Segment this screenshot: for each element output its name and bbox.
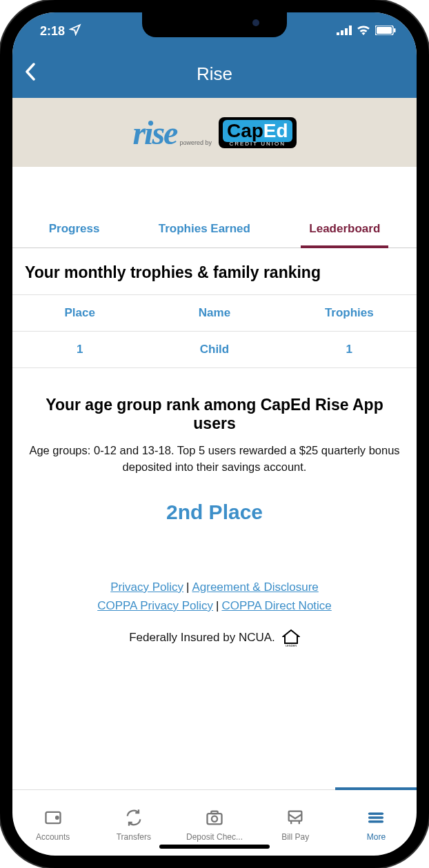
age-group-title: Your age group rank among CapEd Rise App… — [12, 368, 417, 438]
svg-rect-12 — [211, 811, 217, 814]
svg-rect-2 — [345, 28, 348, 35]
age-group-rank: 2nd Place — [12, 501, 417, 524]
nav-header: Rise — [12, 50, 417, 98]
svg-rect-5 — [377, 27, 392, 34]
family-ranking-title: Your monthly trophies & family ranking — [12, 248, 417, 294]
back-button[interactable] — [25, 62, 36, 85]
page-title: Rise — [197, 63, 232, 85]
camera-icon — [205, 808, 224, 829]
home-indicator[interactable] — [159, 845, 270, 849]
col-place: Place — [12, 295, 147, 331]
nav-transfers-label: Transfers — [117, 832, 151, 842]
tab-trophies[interactable]: Trophies Earned — [150, 215, 259, 248]
nav-accounts[interactable]: Accounts — [12, 790, 93, 856]
svg-point-9 — [56, 816, 59, 819]
nav-billpay-label: Bill Pay — [281, 832, 309, 842]
cell-place: 1 — [12, 332, 147, 367]
link-coppa-notice[interactable]: COPPA Direct Notice — [221, 599, 331, 612]
nav-deposit-label: Deposit Chec... — [186, 832, 243, 842]
svg-rect-1 — [341, 30, 343, 35]
svg-rect-10 — [208, 814, 222, 824]
svg-rect-6 — [394, 28, 396, 32]
rise-logo: rise — [132, 114, 177, 152]
col-name: Name — [147, 295, 281, 331]
link-privacy[interactable]: Privacy Policy — [110, 581, 183, 594]
col-trophies: Trophies — [282, 295, 417, 331]
powered-by-text: powered by — [179, 139, 212, 146]
accounts-icon — [43, 808, 63, 829]
insured-line: Federally Insured by NCUA. LENDER — [12, 629, 417, 647]
location-icon — [69, 23, 81, 39]
tab-bar: Progress Trophies Earned Leaderboard — [12, 215, 417, 248]
svg-point-11 — [212, 816, 217, 822]
nav-more-label: More — [367, 832, 386, 842]
equal-housing-lender-icon: LENDER — [282, 629, 300, 647]
tab-progress[interactable]: Progress — [41, 215, 108, 248]
family-table: Place Name Trophies 1 Child 1 — [12, 294, 417, 368]
battery-icon — [375, 24, 396, 39]
status-time: 2:18 — [40, 24, 65, 39]
age-group-desc: Age groups: 0-12 and 13-18. Top 5 users … — [12, 438, 417, 476]
svg-rect-0 — [337, 32, 339, 35]
device-notch — [142, 12, 287, 37]
cellular-icon — [337, 24, 352, 39]
insured-text: Federally Insured by NCUA. — [129, 631, 275, 645]
cell-trophies: 1 — [282, 332, 417, 367]
tab-leaderboard[interactable]: Leaderboard — [301, 215, 388, 248]
svg-rect-3 — [349, 26, 352, 35]
brand-banner: rise powered by CapEd CREDIT UNION — [12, 98, 417, 167]
link-agreement[interactable]: Agreement & Disclosure — [192, 581, 318, 594]
nav-more[interactable]: More — [336, 790, 417, 856]
menu-icon — [366, 808, 386, 829]
billpay-icon — [286, 808, 305, 829]
table-row: 1 Child 1 — [12, 332, 417, 368]
caped-logo: CapEd CREDIT UNION — [219, 117, 297, 148]
cell-name: Child — [147, 332, 281, 367]
wifi-icon — [356, 24, 371, 39]
svg-text:LENDER: LENDER — [286, 644, 297, 647]
footer-links: Privacy Policy|Agreement & Disclosure CO… — [12, 578, 417, 615]
link-coppa-privacy[interactable]: COPPA Privacy Policy — [97, 599, 213, 612]
nav-accounts-label: Accounts — [36, 832, 70, 842]
transfers-icon — [124, 808, 143, 829]
